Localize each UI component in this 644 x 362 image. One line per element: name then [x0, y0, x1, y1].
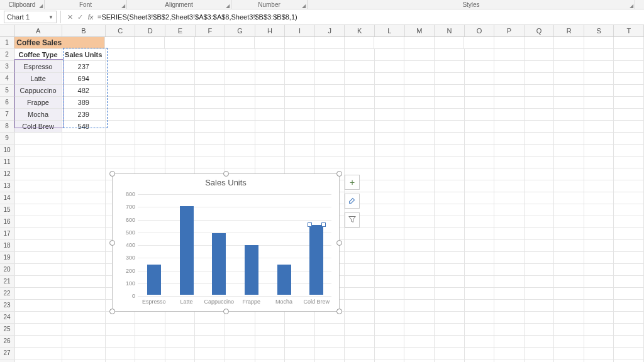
cell-C3[interactable]: [106, 61, 136, 72]
cell-K17[interactable]: [345, 228, 375, 239]
cell-D1[interactable]: [135, 37, 165, 48]
cell-O26[interactable]: [465, 336, 495, 347]
cell-L11[interactable]: [375, 156, 405, 168]
cell-H25[interactable]: [255, 324, 286, 335]
cell-R28[interactable]: [554, 359, 584, 362]
row-header-6[interactable]: 6: [0, 97, 14, 108]
cell-P18[interactable]: [494, 240, 525, 251]
cell-Q21[interactable]: [525, 276, 555, 287]
cell-L15[interactable]: [375, 204, 405, 216]
cell-H27[interactable]: [255, 348, 286, 359]
cell-A4[interactable]: Latte: [14, 73, 62, 84]
cell-C9[interactable]: [106, 133, 136, 144]
cell-F6[interactable]: [195, 97, 225, 108]
cell-B23[interactable]: [62, 300, 106, 311]
cell-O2[interactable]: [465, 49, 495, 60]
cell-I24[interactable]: [285, 312, 315, 323]
cell-P6[interactable]: [494, 97, 525, 108]
cell-R5[interactable]: [554, 85, 584, 96]
cell-A2[interactable]: Coffee Type: [14, 49, 62, 60]
cell-P21[interactable]: [494, 276, 525, 287]
cell-R17[interactable]: [554, 228, 584, 239]
cell-J4[interactable]: [315, 73, 345, 84]
cell-N15[interactable]: [435, 204, 465, 216]
col-header-A[interactable]: A: [14, 25, 62, 36]
cell-A18[interactable]: [14, 240, 62, 251]
cell-F4[interactable]: [195, 73, 225, 84]
col-header-B[interactable]: B: [62, 25, 106, 36]
cell-S19[interactable]: [584, 252, 614, 263]
cell-N26[interactable]: [435, 336, 465, 347]
cell-Q3[interactable]: [525, 61, 555, 72]
cell-C10[interactable]: [106, 145, 136, 156]
cell-Q16[interactable]: [525, 216, 555, 228]
cell-A15[interactable]: [14, 204, 62, 216]
row-header-21[interactable]: 21: [0, 276, 14, 287]
select-all-corner[interactable]: [0, 25, 14, 36]
cell-D10[interactable]: [135, 145, 165, 156]
cell-B12[interactable]: [62, 168, 106, 180]
cell-O9[interactable]: [465, 133, 495, 144]
cell-T18[interactable]: [614, 240, 644, 251]
cell-T7[interactable]: [614, 109, 644, 120]
cell-L3[interactable]: [375, 61, 405, 72]
cell-N1[interactable]: [435, 37, 465, 48]
cell-K1[interactable]: [345, 37, 375, 48]
cell-L24[interactable]: [375, 312, 405, 323]
cell-S13[interactable]: [584, 180, 614, 192]
cell-K11[interactable]: [345, 156, 375, 168]
cell-Q7[interactable]: [525, 109, 555, 120]
cell-R8[interactable]: [554, 121, 584, 132]
cell-S8[interactable]: [584, 121, 614, 132]
resize-handle-center-left[interactable]: [109, 240, 115, 246]
cell-I3[interactable]: [285, 61, 315, 72]
cell-E4[interactable]: [165, 73, 196, 84]
col-header-E[interactable]: E: [165, 25, 196, 36]
cell-T1[interactable]: [614, 37, 644, 48]
cell-J3[interactable]: [315, 61, 345, 72]
cell-A12[interactable]: [14, 168, 62, 180]
cell-T13[interactable]: [614, 180, 644, 192]
cell-M15[interactable]: [404, 204, 435, 216]
cell-F25[interactable]: [195, 324, 225, 335]
cell-D11[interactable]: [135, 156, 165, 168]
cell-A24[interactable]: [14, 312, 62, 323]
cell-G8[interactable]: [225, 121, 255, 132]
cell-H8[interactable]: [255, 121, 286, 132]
cell-E1[interactable]: [165, 37, 195, 48]
cell-S9[interactable]: [584, 133, 614, 144]
cell-Q10[interactable]: [525, 145, 555, 156]
col-header-J[interactable]: J: [315, 25, 345, 36]
cell-N21[interactable]: [435, 276, 465, 287]
cell-Q4[interactable]: [525, 73, 555, 84]
cell-S11[interactable]: [584, 156, 614, 168]
cell-F10[interactable]: [195, 145, 225, 156]
cell-R27[interactable]: [554, 348, 584, 359]
cell-F5[interactable]: [195, 85, 225, 96]
cell-A5[interactable]: Cappuccino: [14, 85, 62, 96]
cell-R16[interactable]: [554, 216, 584, 228]
cell-E6[interactable]: [165, 97, 196, 108]
cell-G25[interactable]: [225, 324, 255, 335]
cell-J25[interactable]: [315, 324, 345, 335]
cell-O5[interactable]: [465, 85, 495, 96]
cell-G1[interactable]: [225, 37, 255, 48]
cell-D5[interactable]: [135, 85, 165, 96]
cell-L13[interactable]: [375, 180, 405, 192]
col-header-M[interactable]: M: [405, 25, 435, 36]
cell-J11[interactable]: [315, 156, 345, 168]
cell-O19[interactable]: [465, 252, 495, 263]
row-header-7[interactable]: 7: [0, 109, 14, 120]
cell-E10[interactable]: [165, 145, 196, 156]
cell-F28[interactable]: [195, 359, 225, 362]
cell-M1[interactable]: [404, 37, 435, 48]
cell-S20[interactable]: [584, 264, 614, 275]
cell-O7[interactable]: [465, 109, 495, 120]
cell-T16[interactable]: [614, 216, 644, 228]
cell-M21[interactable]: [404, 276, 435, 287]
cell-R6[interactable]: [554, 97, 584, 108]
cell-N20[interactable]: [435, 264, 465, 275]
resize-handle-top-left[interactable]: [109, 171, 115, 177]
dialog-launcher-icon[interactable]: ◢: [226, 3, 230, 9]
cell-P13[interactable]: [494, 180, 525, 192]
